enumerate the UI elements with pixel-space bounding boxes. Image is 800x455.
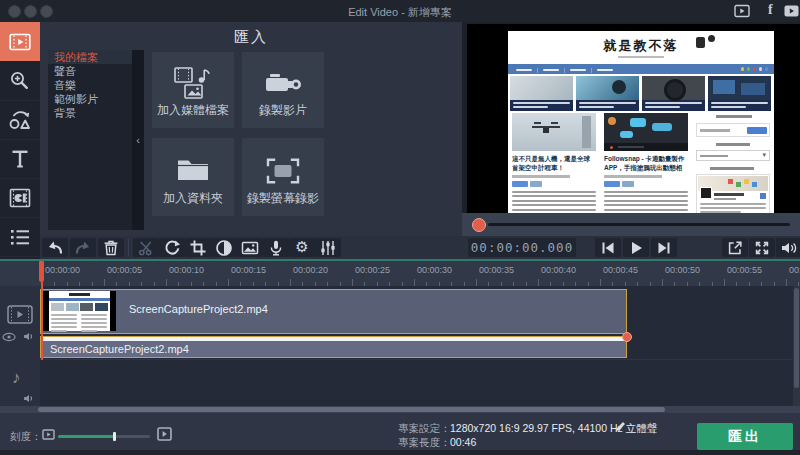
previous-frame-button[interactable] [595, 238, 621, 257]
scale-slider-handle[interactable] [113, 432, 116, 441]
wp-article-right: Followsnap - 卡通動畫製作 APP，手指塗鴉玩出動態相片分享 [604, 113, 688, 215]
tab-transitions[interactable] [0, 100, 40, 140]
previous-frame-icon [599, 240, 617, 256]
link-handle-dot[interactable] [622, 332, 632, 342]
text-line [51, 330, 67, 332]
zoom-in-button[interactable] [157, 427, 172, 441]
preview-panel: 就是教不落 [462, 22, 800, 236]
text-line [604, 200, 688, 202]
ruler-tick [786, 279, 787, 286]
wp-article-left-title: 這不只是無人機，還是全球首架空中計程車！ [512, 155, 596, 172]
insert-image-button[interactable] [237, 238, 263, 257]
category-item-backgrounds[interactable]: 背景 [48, 106, 132, 120]
ruler-tick [104, 279, 105, 286]
ruler-tick [414, 279, 415, 286]
tab-import-media[interactable] [0, 22, 40, 61]
rotate-button[interactable] [159, 238, 185, 257]
film-callout-icon [8, 186, 32, 210]
wp-article-right-body [604, 191, 688, 216]
eye-icon[interactable] [2, 332, 16, 342]
tab-callouts[interactable] [0, 178, 40, 218]
wp-article-left-tags [512, 181, 596, 187]
audio-clip-link-stripe [41, 337, 625, 341]
text-line [81, 326, 107, 328]
timeline-ruler[interactable]: 00:00:0000:00:0500:00:1000:00:1500:00:20… [0, 261, 800, 286]
next-frame-button[interactable] [651, 238, 677, 257]
ruler-tick [228, 279, 229, 286]
audio-track-mute-icon[interactable] [22, 392, 36, 405]
export-button[interactable]: 匯出 [697, 423, 793, 450]
seek-handle[interactable] [472, 218, 486, 232]
tab-montage-wizard[interactable] [0, 217, 40, 257]
ruler-label: 00:00:35 [479, 265, 514, 275]
video-lessons-icon[interactable] [734, 4, 750, 18]
crop-button[interactable] [185, 238, 211, 257]
undo-button[interactable] [42, 238, 68, 257]
record-audio-button[interactable] [263, 238, 289, 257]
video-track-mute-icon[interactable] [22, 330, 36, 343]
tab-titles[interactable] [0, 139, 40, 179]
category-item-sample-video[interactable]: 範例影片 [48, 92, 132, 106]
add-media-files-button[interactable]: 加入媒體檔案 [152, 52, 234, 128]
seek-bar[interactable] [488, 223, 790, 226]
play-button[interactable] [623, 238, 649, 257]
wp-nav-links [516, 68, 613, 73]
wp-article-left-image [512, 113, 596, 151]
edit-settings-pencil-icon[interactable] [614, 420, 627, 433]
audio-track-note-icon: ♪ [12, 368, 21, 388]
detach-player-button[interactable] [722, 238, 748, 257]
filmstrip-play-icon [8, 30, 32, 54]
add-media-files-label: 加入媒體檔案 [157, 102, 229, 119]
wp-article-left-meta [512, 175, 570, 178]
volume-button[interactable] [776, 238, 800, 257]
gear-icon: ⚙ [295, 240, 308, 255]
collapse-panel-button[interactable]: ‹ [132, 50, 144, 230]
tab-zoom-pan[interactable] [0, 61, 40, 101]
zoom-out-button[interactable] [42, 429, 55, 440]
ruler-label: 00:00:25 [355, 265, 390, 275]
share-window-icon [726, 239, 744, 257]
video-track-button[interactable] [7, 305, 33, 324]
horizontal-scrollbar-thumb[interactable] [38, 407, 665, 412]
fullscreen-button[interactable] [749, 238, 775, 257]
add-folder-button[interactable]: 加入資料夾 [152, 138, 234, 216]
category-list: 我的檔案 聲音 音樂 範例影片 背景 [48, 50, 132, 230]
text-line [700, 203, 766, 205]
project-length-value: 00:46 [450, 436, 476, 448]
project-settings-label: 專案設定： [398, 422, 451, 436]
scale-slider-fill [58, 435, 115, 438]
horizontal-scrollbar [0, 406, 800, 413]
category-item-my-files[interactable]: 我的檔案 [48, 50, 132, 64]
undo-icon [45, 238, 65, 258]
wp-thumb [576, 76, 639, 109]
window-title: Edit Video - 新增專案 [0, 5, 800, 20]
facebook-icon[interactable]: f [768, 2, 773, 18]
ruler-label: 00:00:45 [603, 265, 638, 275]
wp-article-left-body [512, 191, 596, 216]
folder-icon [176, 158, 210, 182]
record-screen-button[interactable]: 錄製螢幕錄影 [242, 138, 324, 216]
text-line [81, 322, 107, 324]
category-item-sounds[interactable]: 聲音 [48, 64, 132, 78]
settings-button[interactable]: ⚙ [289, 238, 315, 257]
record-screen-icon [264, 157, 302, 185]
split-button[interactable] [133, 238, 159, 257]
wp-navbar [508, 64, 774, 74]
scale-slider[interactable] [58, 435, 150, 438]
ruler-label: 00:00:20 [293, 265, 328, 275]
youtube-icon[interactable] [784, 4, 799, 18]
wp-social-icons [741, 67, 769, 71]
vertical-scrollbar-thumb[interactable] [794, 288, 799, 388]
redo-button[interactable] [70, 238, 96, 257]
crop-icon [188, 238, 208, 258]
audio-clip[interactable]: ScreenCaptureProject2.mp4 [40, 336, 627, 358]
clip-properties-button[interactable] [315, 238, 341, 257]
fullscreen-icon [753, 239, 771, 257]
category-item-music[interactable]: 音樂 [48, 78, 132, 92]
video-clip[interactable]: ScreenCaptureProject2.mp4 [40, 289, 627, 334]
color-adjust-button[interactable] [211, 238, 237, 257]
app-window: Edit Video - 新增專案 f [0, 0, 800, 455]
record-video-button[interactable]: 錄製影片 [242, 52, 324, 128]
delete-button[interactable] [98, 238, 124, 257]
playhead-marker[interactable] [39, 261, 44, 282]
